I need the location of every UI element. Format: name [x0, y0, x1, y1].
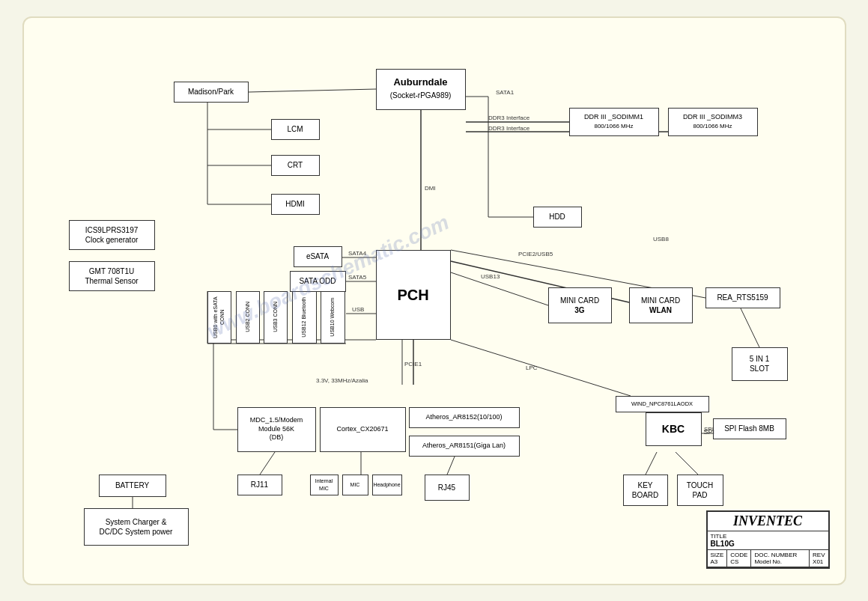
inventec-doc: DOC. NUMBERModel No. [751, 550, 810, 567]
internal-mic-label: Internal MIC [312, 478, 336, 491]
usb12-bluetooth-label: USB12 Bluetooth [300, 297, 307, 338]
inventec-box: INVENTEC TITLE BL10G SIZEA3 CODECS DOC. … [706, 510, 830, 569]
auburndale-box: Auburndale(Socket-rPGA989) [376, 69, 466, 110]
atheros-ar8152-box: Atheros_AR8152(10/100) [409, 407, 520, 428]
rea-rts5159-box: REA_RTS5159 [705, 287, 780, 308]
kbc-label: KBC [662, 422, 685, 436]
rj45-label: RJ45 [438, 483, 455, 492]
hdmi-label: HDMI [285, 199, 305, 209]
svg-text:SATA4: SATA4 [348, 250, 367, 257]
inventec-title-value: BL10G [711, 540, 735, 548]
inventec-size: SIZEA3 [708, 550, 728, 567]
svg-text:PCIE2/USB5: PCIE2/USB5 [518, 251, 553, 257]
svg-line-39 [676, 452, 698, 475]
svg-text:USB8: USB8 [653, 236, 669, 242]
svg-line-35 [447, 457, 455, 475]
pch-label: PCH [397, 285, 428, 305]
rj45-box: RJ45 [425, 475, 470, 501]
svg-line-32 [451, 340, 631, 396]
svg-text:3.3V, 33MHz/Azalia: 3.3V, 33MHz/Azalia [316, 377, 368, 384]
rj11-label: RJ11 [251, 480, 268, 489]
spi-flash-box: SPI Flash 8MB [713, 418, 786, 439]
usb2-conn-label: USB2 CONN [244, 302, 251, 332]
5-in-1-slot-label: 5 IN 1SLOT [750, 354, 770, 373]
ddr3-sodimm1-box: DDR III _SODIMM1800/1066 MHz [569, 108, 659, 136]
ddr3-sodimm3-label: DDR III _SODIMM3800/1066 MHz [683, 113, 742, 130]
svg-text:DDR3 Interface: DDR3 Interface [488, 115, 530, 121]
usb10-webcam-box: USB10 Webcom [321, 291, 345, 344]
mini-card-3g-box: MINI CARD3G [548, 287, 612, 323]
atheros-ar8151-label: Atheros_AR8151(Giga Lan) [422, 442, 506, 451]
usb12-bluetooth-box: USB12 Bluetooth [292, 291, 317, 344]
esata-label: eSATA [306, 251, 329, 261]
spi-flash-label: SPI Flash 8MB [724, 424, 774, 433]
inventec-title-label: TITLE [711, 533, 727, 540]
sys-charger-label: System Charger &DC/DC System power [100, 517, 173, 537]
hdmi-box: HDMI [271, 194, 320, 215]
internal-mic-box: Internal MIC [310, 475, 339, 495]
battery-box: BATTERY [99, 475, 166, 497]
spi-label: SPI [704, 428, 715, 436]
5-in-1-slot-box: 5 IN 1SLOT [732, 347, 788, 381]
keyboard-label: KEYBOARD [632, 481, 659, 500]
madison-park-label: Madison/Park [188, 87, 234, 97]
sys-charger-box: System Charger &DC/DC System power [84, 508, 189, 546]
mini-card-3g-label: MINI CARD3G [560, 296, 599, 315]
usb10-webcam-label: USB10 Webcom [329, 298, 336, 337]
wind-npc-box: WIND_NPC8761LAODX [616, 396, 709, 412]
mini-card-wlan-box: MINI CARDWLAN [629, 287, 693, 323]
wind-npc-label: WIND_NPC8761LAODX [631, 400, 693, 408]
svg-line-41 [741, 308, 759, 347]
svg-text:PCIE1: PCIE1 [404, 361, 422, 367]
pch-box: PCH [376, 250, 451, 340]
crt-label: CRT [288, 160, 303, 170]
ddr3-sodimm1-label: DDR III _SODIMM1800/1066 MHz [584, 113, 643, 130]
svg-line-34 [260, 452, 275, 475]
mdc-modem-label: MDC_1.5/ModemModule 56K(DB) [250, 416, 303, 442]
svg-text:DMI: DMI [425, 185, 436, 192]
auburndale-label: Auburndale(Socket-rPGA989) [390, 76, 452, 102]
svg-text:USB: USB [352, 306, 364, 313]
schematic-diagram: DDR3 Interface DDR3 Interface DMI SATA1 … [22, 16, 846, 585]
battery-label: BATTERY [115, 481, 149, 490]
svg-text:USB13: USB13 [481, 273, 500, 280]
atheros-ar8151-box: Atheros_AR8151(Giga Lan) [409, 436, 520, 457]
usb3-conn-label: USB3 CONN [272, 302, 279, 332]
touch-pad-label: TOUCHPAD [687, 481, 713, 500]
hdd-label: HDD [549, 212, 565, 222]
sata-odd-box: SATA ODD [290, 271, 346, 292]
mdc-modem-box: MDC_1.5/ModemModule 56K(DB) [237, 407, 316, 452]
rea-rts5159-label: REA_RTS5159 [717, 293, 768, 302]
rj11-box: RJ11 [237, 475, 282, 495]
svg-text:LPC: LPC [526, 364, 538, 371]
gmt-thermal-label: GMT 708T1UThermal Sensor [85, 266, 138, 286]
ddr3-sodimm3-box: DDR III _SODIMM3800/1066 MHz [668, 108, 758, 136]
kbc-box: KBC [646, 412, 702, 446]
lcm-label: LCM [287, 124, 303, 134]
gmt-thermal-box: GMT 708T1UThermal Sensor [69, 261, 155, 291]
sata-odd-label: SATA ODD [299, 276, 336, 286]
ics9lprs3197-label: ICS9LPRS3197Clock generator [85, 225, 139, 245]
touch-pad-box: TOUCHPAD [677, 475, 723, 506]
svg-text:SATA5: SATA5 [348, 274, 367, 281]
headphone-label: Headphone [373, 481, 400, 488]
mic-conn-label: MIC [350, 481, 360, 488]
ics9lprs3197-box: ICS9LPRS3197Clock generator [69, 220, 155, 250]
svg-line-38 [646, 452, 657, 475]
usb2-conn-box: USB2 CONN [236, 291, 260, 344]
usb0-label: USB0 with eSATA CONN [212, 293, 225, 341]
esata-box: eSATA [294, 246, 342, 267]
svg-line-0 [249, 89, 376, 92]
lcm-box: LCM [271, 119, 320, 140]
cortex-cx20671-box: Cortex_CX20671 [320, 407, 406, 452]
madison-park-box: Madison/Park [174, 82, 249, 103]
inventec-company: INVENTEC [708, 512, 828, 531]
hdd-box: HDD [533, 207, 582, 228]
atheros-ar8152-label: Atheros_AR8152(10/100) [425, 413, 502, 422]
inventec-rev: REVX01 [810, 550, 828, 567]
crt-box: CRT [271, 155, 320, 176]
usb0-box: USB0 with eSATA CONN [207, 291, 231, 344]
svg-text:SATA1: SATA1 [496, 89, 515, 96]
usb3-conn-box: USB3 CONN [264, 291, 288, 344]
mini-card-wlan-label: MINI CARDWLAN [641, 296, 680, 315]
